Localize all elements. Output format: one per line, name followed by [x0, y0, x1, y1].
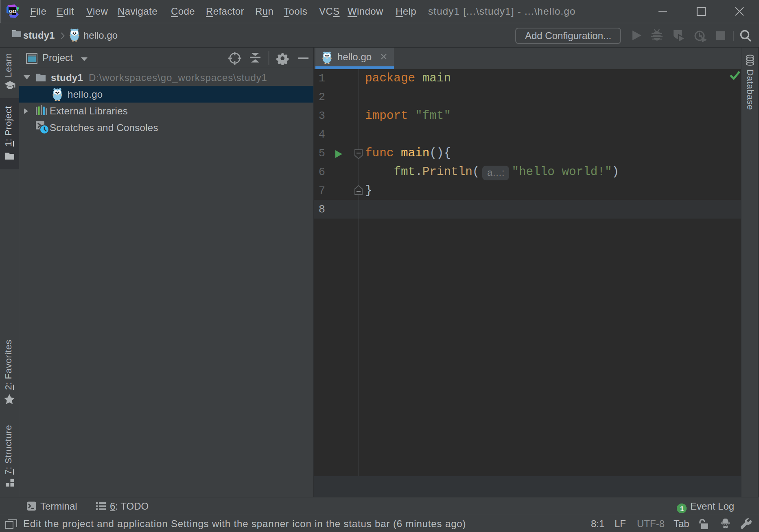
svg-text:GO: GO [9, 9, 16, 14]
svg-text:1: 1 [680, 505, 684, 513]
